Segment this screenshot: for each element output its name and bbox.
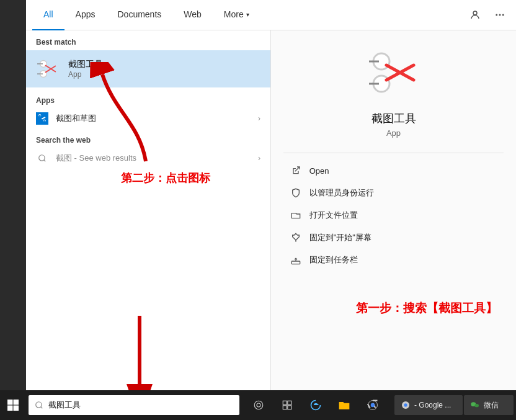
pin-icon xyxy=(291,233,301,243)
ellipsis-icon xyxy=(494,9,505,20)
svg-point-1 xyxy=(496,14,497,16)
chevron-down-icon: ▾ xyxy=(246,11,249,18)
tab-more[interactable]: More ▾ xyxy=(213,0,260,30)
tab-documents[interactable]: Documents xyxy=(106,0,172,30)
wechat-app[interactable]: 微信 xyxy=(464,395,514,415)
scissors-small-icon xyxy=(37,58,60,80)
app-detail-type: App xyxy=(386,128,401,138)
tab-more-label: More xyxy=(224,9,244,19)
nav-icons xyxy=(465,5,510,25)
pin-start-icon xyxy=(290,231,302,244)
content-area: Best match 截图工具 App xyxy=(26,30,516,397)
svg-rect-27 xyxy=(14,406,19,411)
action-pin-taskbar[interactable]: 固定到任务栏 xyxy=(283,249,504,271)
svg-point-42 xyxy=(474,404,479,407)
tab-all[interactable]: All xyxy=(32,0,64,30)
google-app[interactable]: - Google ... xyxy=(394,395,463,415)
web-query: 截图 xyxy=(56,153,72,163)
action-admin[interactable]: 以管理员身份运行 xyxy=(283,182,504,204)
google-chrome-small-icon xyxy=(401,400,411,410)
action-open[interactable]: Open xyxy=(283,159,504,182)
apps-item-0-arrow: › xyxy=(258,114,260,123)
taskbar-search-box[interactable]: 截图工具 xyxy=(29,395,239,415)
taskbar-pin-icon xyxy=(291,255,301,265)
web-search-icon xyxy=(36,152,48,164)
scissors-icon-small-container xyxy=(36,56,61,81)
google-app-label: - Google ... xyxy=(414,401,451,409)
best-match-type: App xyxy=(68,70,103,79)
person-icon-btn[interactable] xyxy=(465,5,485,25)
scissors-large-icon-container xyxy=(369,49,419,101)
left-panel: Best match 截图工具 App xyxy=(26,30,271,397)
explorer-btn[interactable] xyxy=(331,390,357,420)
web-item-0-text: 截图 - See web results xyxy=(56,153,136,164)
snippet-icon xyxy=(36,112,48,125)
left-strip xyxy=(0,0,26,397)
search-web-label: Search the web xyxy=(26,130,270,147)
svg-rect-34 xyxy=(283,406,287,409)
magnifier-icon xyxy=(38,154,47,163)
folder-icon xyxy=(291,210,301,220)
svg-rect-33 xyxy=(288,401,291,404)
right-panel: 截图工具 App Open 以管理员身份运行 xyxy=(271,30,516,397)
action-pin-taskbar-label: 固定到任务栏 xyxy=(309,254,358,266)
task-panel-btn[interactable] xyxy=(274,390,300,420)
action-admin-label: 以管理员身份运行 xyxy=(309,187,374,199)
best-match-info: 截图工具 App xyxy=(68,59,103,79)
apps-list-item-0[interactable]: 截图和草图 › xyxy=(26,107,270,130)
folder-taskbar-icon xyxy=(338,399,350,411)
svg-point-30 xyxy=(254,401,263,409)
best-match-label: Best match xyxy=(26,30,270,50)
taskbar-search-icon xyxy=(35,401,43,409)
nav-tabs: All Apps Documents Web More ▾ xyxy=(26,0,516,30)
step1-text: 第一步：搜索【截图工具】 xyxy=(356,302,497,315)
tab-all-label: All xyxy=(43,9,53,19)
svg-point-2 xyxy=(499,14,501,16)
tab-documents-label: Documents xyxy=(117,9,161,19)
pin-taskbar-icon xyxy=(290,254,302,266)
svg-point-0 xyxy=(473,11,477,15)
wechat-app-label: 微信 xyxy=(484,400,499,411)
svg-point-10 xyxy=(39,155,45,161)
taskbar-center xyxy=(246,390,386,420)
action-pin-start[interactable]: 固定到"开始"屏幕 xyxy=(283,226,504,249)
tab-apps[interactable]: Apps xyxy=(64,0,107,30)
action-open-label: Open xyxy=(309,166,329,176)
tab-web-label: Web xyxy=(184,9,202,19)
apps-section-label: Apps xyxy=(26,90,270,107)
action-open-location-label: 打开文件位置 xyxy=(309,210,358,221)
folder-open-icon xyxy=(290,209,302,221)
step1-annotation: 第一步：搜索【截图工具】 xyxy=(356,300,497,316)
task-view-btn[interactable] xyxy=(246,390,272,420)
scissors-large-icon xyxy=(369,49,419,99)
action-open-location[interactable]: 打开文件位置 xyxy=(283,204,504,226)
svg-point-38 xyxy=(371,403,375,407)
open-icon xyxy=(290,164,302,177)
tab-web[interactable]: Web xyxy=(172,0,213,30)
scissors-app-icon xyxy=(38,114,47,123)
action-pin-start-label: 固定到"开始"屏幕 xyxy=(309,232,371,243)
web-item-0[interactable]: 截图 - See web results › xyxy=(26,147,270,169)
svg-rect-32 xyxy=(283,401,287,404)
best-match-item[interactable]: 截图工具 App xyxy=(26,50,270,87)
web-item-0-arrow: › xyxy=(258,154,260,163)
svg-rect-24 xyxy=(7,400,13,405)
app-detail-name: 截图工具 xyxy=(371,111,416,126)
svg-point-40 xyxy=(404,403,407,406)
taskbar-search-text: 截图工具 xyxy=(48,400,81,411)
edge-btn[interactable] xyxy=(303,390,329,420)
svg-rect-26 xyxy=(7,406,13,411)
svg-point-28 xyxy=(36,402,42,408)
chrome-btn[interactable] xyxy=(360,390,386,420)
more-options-btn[interactable] xyxy=(490,5,510,25)
apps-item-0-label: 截图和草图 xyxy=(56,113,258,124)
divider xyxy=(283,153,504,153)
task-panel-icon xyxy=(282,400,293,411)
person-icon xyxy=(469,9,481,20)
admin-icon xyxy=(290,187,302,199)
svg-rect-35 xyxy=(288,406,291,409)
taskbar-right: - Google ... 微信 xyxy=(394,395,516,415)
edge-icon xyxy=(309,399,322,411)
search-panel: All Apps Documents Web More ▾ xyxy=(26,0,516,397)
start-button[interactable] xyxy=(0,390,26,420)
